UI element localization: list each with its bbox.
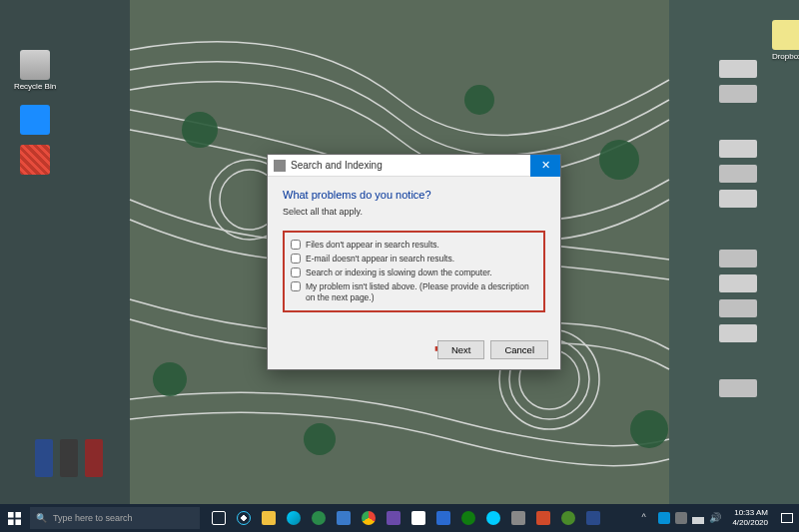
option-slow[interactable]: Search or indexing is slowing down the c… [291,267,537,278]
svg-point-11 [464,85,494,115]
svg-point-8 [182,112,218,148]
taskbar-app-mail[interactable] [432,507,454,529]
taskbar-pinned [208,507,604,529]
tray-chevron-up-icon[interactable]: ^ [641,512,653,524]
option-label: My problem isn't listed above. (Please p… [306,281,537,303]
task-view-button[interactable] [208,507,230,529]
dialog-subtitle: Select all that apply. [283,207,545,217]
svg-rect-28 [15,512,21,518]
app-icon [20,105,50,135]
troubleshooter-dialog: Search and Indexing ✕ What problems do y… [267,154,561,370]
svg-rect-26 [85,439,103,477]
icon-label: Dropbox [762,52,799,61]
taskbar-app-edge[interactable] [283,507,305,529]
desktop-icon-app[interactable] [10,145,60,177]
dialog-heading: What problems do you notice? [283,189,545,201]
tray-icon[interactable] [658,512,670,524]
svg-rect-17 [719,165,757,183]
svg-rect-22 [719,324,757,342]
svg-rect-30 [15,519,21,525]
option-other[interactable]: My problem isn't listed above. (Please p… [291,281,537,303]
option-label: Search or indexing is slowing down the c… [306,267,492,278]
dialog-titlebar[interactable]: Search and Indexing ✕ [268,155,560,177]
close-button[interactable]: ✕ [530,155,560,177]
svg-rect-23 [719,379,757,397]
svg-point-10 [304,423,336,455]
time: 10:33 AM [732,508,768,518]
search-placeholder: Type here to search [53,513,133,523]
taskbar-app[interactable] [532,507,554,529]
svg-rect-16 [719,140,757,158]
svg-rect-19 [719,250,757,267]
clock[interactable]: 10:33 AM 4/20/2020 [726,508,774,528]
desktop-icon-shortcut[interactable]: Dropbox [762,20,799,61]
svg-rect-25 [60,439,78,477]
dialog-body: What problems do you notice? Select all … [268,177,560,322]
svg-rect-27 [8,512,14,518]
svg-point-12 [153,362,187,396]
action-center-button[interactable] [779,510,795,526]
svg-point-13 [630,410,668,448]
search-box[interactable]: 🔍 Type here to search [30,507,200,529]
option-files[interactable]: Files don't appear in search results. [291,240,537,251]
svg-rect-15 [719,85,757,103]
taskbar-app-xbox[interactable] [457,507,479,529]
date: 4/20/2020 [732,518,768,528]
checkbox[interactable] [291,254,301,264]
option-email[interactable]: E-mail doesn't appear in search results. [291,254,537,265]
svg-rect-20 [719,274,757,292]
option-label: Files don't appear in search results. [306,240,439,251]
tray-network-icon[interactable] [692,512,704,524]
taskbar-app[interactable] [383,507,404,529]
recycle-bin-icon [20,50,50,80]
svg-rect-24 [35,439,53,477]
svg-rect-29 [8,519,14,525]
desktop-icon-recycle-bin[interactable]: Recycle Bin [10,50,60,91]
tray-icon[interactable] [675,512,687,524]
taskbar-app[interactable] [333,507,355,529]
checkbox[interactable] [291,267,301,277]
taskbar-app-chrome[interactable] [358,507,380,529]
close-icon: ✕ [541,159,550,172]
taskbar-app-explorer[interactable] [258,507,280,529]
svg-rect-14 [719,60,757,78]
taskbar-app[interactable] [308,507,330,529]
checkbox[interactable] [291,240,301,250]
windows-icon [8,512,21,525]
start-button[interactable] [0,504,28,532]
shortcut-icon [772,20,799,50]
checkbox[interactable] [291,281,301,291]
search-icon: 🔍 [36,513,47,523]
dialog-icon [274,160,286,172]
icon-label: Recycle Bin [10,82,60,91]
desktop-icon-app[interactable] [10,105,60,137]
notification-icon [781,513,793,523]
dialog-title: Search and Indexing [291,160,383,171]
taskbar: 🔍 Type here to search ^ 🔊 [0,504,799,532]
svg-point-9 [599,140,639,180]
next-button[interactable]: Next [437,340,485,359]
dialog-button-row: Next Cancel [437,340,548,359]
system-tray: ^ 🔊 10:33 AM 4/20/2020 [641,508,799,528]
taskbar-app[interactable] [482,507,504,529]
taskbar-app[interactable] [507,507,529,529]
taskbar-app[interactable] [557,507,579,529]
option-label: E-mail doesn't appear in search results. [306,254,454,265]
taskbar-app-store[interactable] [407,507,429,529]
svg-rect-18 [719,190,757,208]
taskbar-app[interactable] [582,507,604,529]
svg-rect-21 [719,299,757,317]
desktop: Recycle Bin Dropbox Search and Indexing … [0,0,799,532]
cancel-button[interactable]: Cancel [490,340,548,359]
app-icon [20,145,50,175]
options-group: Files don't appear in search results. E-… [283,231,545,312]
tray-volume-icon[interactable]: 🔊 [709,512,721,524]
taskbar-app-cortana[interactable] [233,507,255,529]
